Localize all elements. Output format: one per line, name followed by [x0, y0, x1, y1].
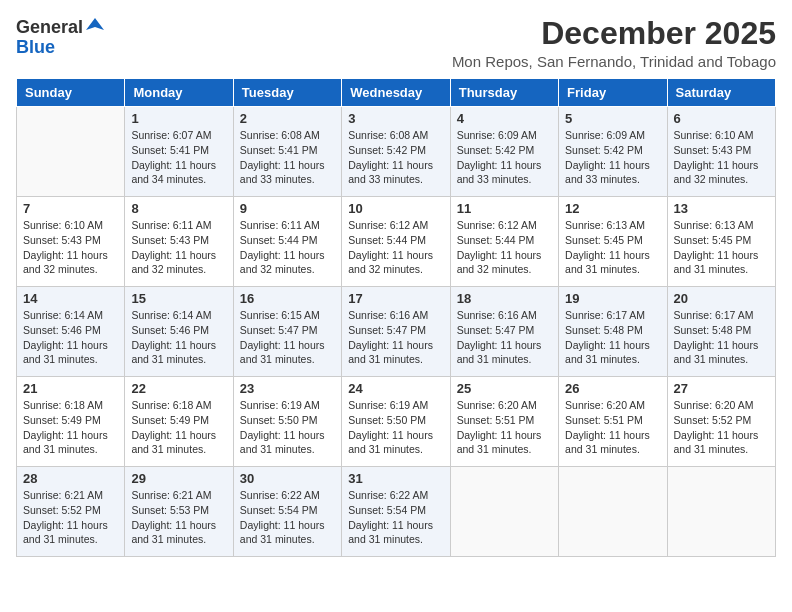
day-info: Sunrise: 6:07 AMSunset: 5:41 PMDaylight:… — [131, 128, 226, 187]
day-number: 30 — [240, 471, 335, 486]
day-number: 1 — [131, 111, 226, 126]
day-info: Sunrise: 6:14 AMSunset: 5:46 PMDaylight:… — [23, 308, 118, 367]
day-number: 4 — [457, 111, 552, 126]
day-number: 19 — [565, 291, 660, 306]
calendar-day-cell: 27Sunrise: 6:20 AMSunset: 5:52 PMDayligh… — [667, 377, 775, 467]
day-number: 2 — [240, 111, 335, 126]
day-info: Sunrise: 6:18 AMSunset: 5:49 PMDaylight:… — [23, 398, 118, 457]
calendar-day-cell: 4Sunrise: 6:09 AMSunset: 5:42 PMDaylight… — [450, 107, 558, 197]
day-info: Sunrise: 6:11 AMSunset: 5:44 PMDaylight:… — [240, 218, 335, 277]
calendar-day-cell: 28Sunrise: 6:21 AMSunset: 5:52 PMDayligh… — [17, 467, 125, 557]
calendar-day-cell: 16Sunrise: 6:15 AMSunset: 5:47 PMDayligh… — [233, 287, 341, 377]
calendar-day-cell: 25Sunrise: 6:20 AMSunset: 5:51 PMDayligh… — [450, 377, 558, 467]
weekday-header: Sunday — [17, 79, 125, 107]
day-number: 16 — [240, 291, 335, 306]
day-info: Sunrise: 6:12 AMSunset: 5:44 PMDaylight:… — [348, 218, 443, 277]
day-number: 10 — [348, 201, 443, 216]
weekday-header: Monday — [125, 79, 233, 107]
day-number: 27 — [674, 381, 769, 396]
day-number: 23 — [240, 381, 335, 396]
day-number: 9 — [240, 201, 335, 216]
day-number: 13 — [674, 201, 769, 216]
calendar-day-cell: 17Sunrise: 6:16 AMSunset: 5:47 PMDayligh… — [342, 287, 450, 377]
calendar-day-cell: 14Sunrise: 6:14 AMSunset: 5:46 PMDayligh… — [17, 287, 125, 377]
calendar-day-cell: 30Sunrise: 6:22 AMSunset: 5:54 PMDayligh… — [233, 467, 341, 557]
calendar-day-cell: 9Sunrise: 6:11 AMSunset: 5:44 PMDaylight… — [233, 197, 341, 287]
day-info: Sunrise: 6:10 AMSunset: 5:43 PMDaylight:… — [23, 218, 118, 277]
calendar-day-cell: 24Sunrise: 6:19 AMSunset: 5:50 PMDayligh… — [342, 377, 450, 467]
day-info: Sunrise: 6:17 AMSunset: 5:48 PMDaylight:… — [565, 308, 660, 367]
day-number: 24 — [348, 381, 443, 396]
day-number: 29 — [131, 471, 226, 486]
calendar-day-cell: 3Sunrise: 6:08 AMSunset: 5:42 PMDaylight… — [342, 107, 450, 197]
day-number: 3 — [348, 111, 443, 126]
day-number: 11 — [457, 201, 552, 216]
calendar-week-row: 7Sunrise: 6:10 AMSunset: 5:43 PMDaylight… — [17, 197, 776, 287]
logo-bird-icon — [86, 16, 104, 34]
day-info: Sunrise: 6:18 AMSunset: 5:49 PMDaylight:… — [131, 398, 226, 457]
day-info: Sunrise: 6:17 AMSunset: 5:48 PMDaylight:… — [674, 308, 769, 367]
day-number: 12 — [565, 201, 660, 216]
calendar-day-cell: 18Sunrise: 6:16 AMSunset: 5:47 PMDayligh… — [450, 287, 558, 377]
calendar-day-cell: 22Sunrise: 6:18 AMSunset: 5:49 PMDayligh… — [125, 377, 233, 467]
logo-general-text: General — [16, 18, 83, 36]
day-info: Sunrise: 6:13 AMSunset: 5:45 PMDaylight:… — [674, 218, 769, 277]
day-info: Sunrise: 6:20 AMSunset: 5:51 PMDaylight:… — [457, 398, 552, 457]
calendar-day-cell: 21Sunrise: 6:18 AMSunset: 5:49 PMDayligh… — [17, 377, 125, 467]
page-header: General Blue December 2025 Mon Repos, Sa… — [16, 16, 776, 70]
day-info: Sunrise: 6:22 AMSunset: 5:54 PMDaylight:… — [348, 488, 443, 547]
calendar-day-cell: 20Sunrise: 6:17 AMSunset: 5:48 PMDayligh… — [667, 287, 775, 377]
day-info: Sunrise: 6:12 AMSunset: 5:44 PMDaylight:… — [457, 218, 552, 277]
day-info: Sunrise: 6:16 AMSunset: 5:47 PMDaylight:… — [348, 308, 443, 367]
calendar-day-cell: 19Sunrise: 6:17 AMSunset: 5:48 PMDayligh… — [559, 287, 667, 377]
day-info: Sunrise: 6:08 AMSunset: 5:41 PMDaylight:… — [240, 128, 335, 187]
calendar-day-cell: 7Sunrise: 6:10 AMSunset: 5:43 PMDaylight… — [17, 197, 125, 287]
day-number: 26 — [565, 381, 660, 396]
calendar-day-cell: 13Sunrise: 6:13 AMSunset: 5:45 PMDayligh… — [667, 197, 775, 287]
month-title: December 2025 — [452, 16, 776, 51]
day-number: 31 — [348, 471, 443, 486]
day-info: Sunrise: 6:19 AMSunset: 5:50 PMDaylight:… — [240, 398, 335, 457]
calendar-day-cell: 31Sunrise: 6:22 AMSunset: 5:54 PMDayligh… — [342, 467, 450, 557]
title-block: December 2025 Mon Repos, San Fernando, T… — [452, 16, 776, 70]
day-info: Sunrise: 6:13 AMSunset: 5:45 PMDaylight:… — [565, 218, 660, 277]
calendar-day-cell — [17, 107, 125, 197]
day-number: 14 — [23, 291, 118, 306]
calendar-day-cell: 5Sunrise: 6:09 AMSunset: 5:42 PMDaylight… — [559, 107, 667, 197]
day-number: 15 — [131, 291, 226, 306]
day-info: Sunrise: 6:22 AMSunset: 5:54 PMDaylight:… — [240, 488, 335, 547]
day-info: Sunrise: 6:09 AMSunset: 5:42 PMDaylight:… — [457, 128, 552, 187]
day-number: 25 — [457, 381, 552, 396]
calendar-week-row: 21Sunrise: 6:18 AMSunset: 5:49 PMDayligh… — [17, 377, 776, 467]
day-number: 21 — [23, 381, 118, 396]
day-number: 6 — [674, 111, 769, 126]
calendar-day-cell: 10Sunrise: 6:12 AMSunset: 5:44 PMDayligh… — [342, 197, 450, 287]
day-number: 18 — [457, 291, 552, 306]
day-number: 8 — [131, 201, 226, 216]
calendar-day-cell: 15Sunrise: 6:14 AMSunset: 5:46 PMDayligh… — [125, 287, 233, 377]
day-number: 7 — [23, 201, 118, 216]
svg-marker-0 — [86, 18, 104, 30]
day-number: 22 — [131, 381, 226, 396]
weekday-header: Saturday — [667, 79, 775, 107]
day-number: 28 — [23, 471, 118, 486]
day-info: Sunrise: 6:09 AMSunset: 5:42 PMDaylight:… — [565, 128, 660, 187]
day-number: 20 — [674, 291, 769, 306]
day-info: Sunrise: 6:20 AMSunset: 5:51 PMDaylight:… — [565, 398, 660, 457]
day-info: Sunrise: 6:11 AMSunset: 5:43 PMDaylight:… — [131, 218, 226, 277]
calendar-week-row: 1Sunrise: 6:07 AMSunset: 5:41 PMDaylight… — [17, 107, 776, 197]
calendar-day-cell — [559, 467, 667, 557]
calendar-day-cell: 11Sunrise: 6:12 AMSunset: 5:44 PMDayligh… — [450, 197, 558, 287]
logo-blue-text: Blue — [16, 37, 55, 57]
day-number: 5 — [565, 111, 660, 126]
calendar-day-cell: 26Sunrise: 6:20 AMSunset: 5:51 PMDayligh… — [559, 377, 667, 467]
weekday-header: Friday — [559, 79, 667, 107]
day-info: Sunrise: 6:08 AMSunset: 5:42 PMDaylight:… — [348, 128, 443, 187]
day-number: 17 — [348, 291, 443, 306]
calendar-day-cell: 12Sunrise: 6:13 AMSunset: 5:45 PMDayligh… — [559, 197, 667, 287]
day-info: Sunrise: 6:20 AMSunset: 5:52 PMDaylight:… — [674, 398, 769, 457]
calendar-header-row: SundayMondayTuesdayWednesdayThursdayFrid… — [17, 79, 776, 107]
day-info: Sunrise: 6:16 AMSunset: 5:47 PMDaylight:… — [457, 308, 552, 367]
calendar-day-cell: 1Sunrise: 6:07 AMSunset: 5:41 PMDaylight… — [125, 107, 233, 197]
day-info: Sunrise: 6:10 AMSunset: 5:43 PMDaylight:… — [674, 128, 769, 187]
